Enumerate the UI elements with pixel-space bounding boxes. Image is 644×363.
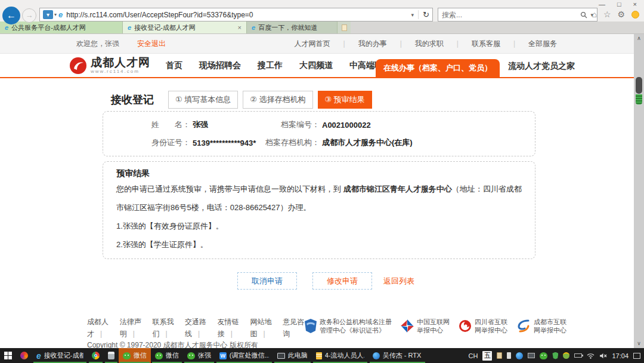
taskbar-app-notepad[interactable]: 4-流动人员人...	[312, 348, 369, 363]
link-my-affairs[interactable]: 我的办事	[352, 39, 408, 49]
language-indicator[interactable]: CH	[469, 352, 478, 359]
tray-antivirus-icon[interactable]	[563, 352, 569, 359]
footer-link-legal[interactable]: 法律声明	[120, 316, 153, 340]
name-value: 张强	[193, 119, 208, 130]
chrome-icon	[92, 352, 100, 359]
back-button[interactable]: ←	[2, 7, 20, 24]
tray-volume-muted-icon[interactable]	[599, 353, 607, 359]
footer-link-talent[interactable]: 成都人才	[87, 316, 120, 340]
material-item-1: 1.张强的【有效身份证原件】。	[116, 217, 522, 235]
logout-link[interactable]: 安全退出	[137, 39, 166, 49]
footer-link-traffic[interactable]: 交通路线	[185, 316, 218, 340]
tray-display-icon[interactable]	[528, 353, 535, 358]
search-box[interactable]: ▾	[438, 8, 597, 21]
system-tray: CH 五 17:04	[469, 348, 644, 363]
ie-favicon: e	[5, 24, 8, 31]
tab-close-icon[interactable]: ×	[238, 24, 242, 31]
taskbar-app-wechat-2[interactable]: 微信	[151, 348, 183, 363]
minimize-icon[interactable]: —	[599, 1, 605, 8]
search-icon[interactable]	[580, 11, 587, 19]
badge-china-report-center[interactable]: 中国互联网举报中心	[401, 318, 450, 334]
site-logo[interactable]: 成都人才网 www.rc114.com	[69, 57, 150, 75]
taskbar-app-wechat-zhangqiang[interactable]: 张强	[183, 348, 215, 363]
forward-button[interactable]: →	[22, 8, 36, 23]
taskbar-app-ie[interactable]: e 接收登记-成都...	[32, 348, 88, 363]
nav-job-fair[interactable]: 现场招聘会	[191, 60, 249, 71]
nav-home[interactable]: 首页	[157, 60, 191, 71]
back-to-list-link[interactable]: 返回列表	[383, 276, 414, 287]
maximize-icon[interactable]: □	[617, 1, 621, 8]
tray-battery-icon[interactable]	[574, 353, 582, 358]
nav-search-job[interactable]: 搜工作	[249, 60, 291, 71]
id-number-value: 5139**********943*	[193, 139, 256, 147]
clock[interactable]: 17:04	[612, 352, 628, 359]
feedback-smiley-icon[interactable]	[631, 11, 639, 19]
copyright-text: Copyright © 1997-2020 成都市人才服务中心 版权所有	[87, 340, 305, 348]
badge-chengdu-report-center[interactable]: 成都市互联网举报中心	[516, 318, 566, 334]
footer-link-contact[interactable]: 联系我们	[152, 316, 185, 340]
footer-link-sitemap[interactable]: 网站地图	[250, 316, 283, 340]
taskbar-app-swirl[interactable]	[16, 348, 32, 363]
gov-shield-icon	[305, 319, 317, 333]
taskbar-app-wps-doc[interactable]: W (调宣处微信...	[215, 348, 273, 363]
taskbar-app-calculator[interactable]	[104, 348, 119, 363]
footer-link-friends[interactable]: 友情链接	[218, 316, 250, 340]
ime-indicator[interactable]: 五	[482, 351, 492, 361]
taskbar-app-this-pc[interactable]: 此电脑	[273, 348, 312, 363]
window-controls: — □ ×	[599, 1, 637, 8]
tray-app-sphere-icon[interactable]	[516, 352, 523, 359]
address-bar[interactable]: ▾ ▾ e ▾ ↻	[39, 8, 433, 21]
online-services-tab[interactable]: 在线办事（档案、户口、党员）	[376, 59, 500, 77]
tab-baidu[interactable]: e 百度一下，你就知道	[247, 21, 338, 33]
tab-title: 百度一下，你就知道	[258, 23, 317, 32]
swirl-app-icon	[20, 352, 28, 359]
taskbar: e 接收登记-成都... 微信 微信 张强 W (调宣处微信... 此电脑 4-…	[0, 348, 644, 363]
nav-senior-channel[interactable]: 大四频道	[291, 60, 341, 71]
close-icon[interactable]: ×	[633, 1, 637, 8]
step-3-result-active: ③ 预审结果	[318, 91, 372, 109]
link-all-services[interactable]: 全部服务	[522, 39, 564, 49]
tab-title: 公共服务平台-成都人才网	[11, 23, 86, 32]
home-icon[interactable]: ⌂	[592, 10, 596, 19]
word-doc-icon: W	[219, 352, 227, 359]
tab-title: 接收登记-成都人才网	[134, 23, 196, 32]
taskbar-app-chrome[interactable]	[88, 348, 104, 363]
favorites-icon[interactable]: ☆	[603, 10, 611, 19]
link-home[interactable]: 人才网首页	[288, 39, 352, 49]
search-input[interactable]	[442, 11, 580, 19]
badge-gov-domain[interactable]: 政务和公益机构域名注册管理中心《标识证书》	[305, 318, 392, 334]
calculator-icon	[108, 352, 114, 359]
start-button[interactable]	[0, 348, 16, 363]
archive-org-value: 成都市人才服务中心(在库)	[322, 137, 413, 148]
link-my-jobs[interactable]: 我的求职	[408, 39, 465, 49]
page-scrollbar[interactable]: ∧ ∨	[634, 34, 644, 348]
scroll-down-icon[interactable]: ∨	[634, 339, 644, 348]
tray-usb-icon[interactable]	[507, 352, 511, 359]
tray-wifi-icon[interactable]	[587, 353, 595, 359]
link-contact[interactable]: 联系客服	[465, 39, 522, 49]
welcome-text: 欢迎您，张强	[76, 39, 119, 49]
url-input[interactable]	[66, 11, 411, 19]
address-dropdown-icon[interactable]: ▾	[411, 12, 414, 18]
modify-application-button[interactable]: 修改申请	[312, 272, 372, 290]
settings-gear-icon[interactable]: ⚙	[617, 10, 625, 19]
taskbar-app-wechat-active[interactable]: 微信	[119, 348, 151, 363]
scroll-up-icon[interactable]: ∧	[634, 34, 644, 43]
tray-security-shield-icon[interactable]	[552, 352, 558, 359]
tab-public-service[interactable]: e 公共服务平台-成都人才网	[0, 21, 123, 33]
scrollbar-thumb[interactable]	[636, 77, 642, 94]
footer-link-feedback[interactable]: 意见咨询	[283, 316, 305, 340]
site-action-icon[interactable]: ▾	[43, 10, 53, 19]
taskbar-app-rtx[interactable]: 吴传杰 - RTX ...	[369, 348, 426, 363]
action-center-icon[interactable]	[633, 353, 640, 359]
applicant-info-card: 姓 名： 张强 档案编号： A0021000022 身份证号： 5139****…	[103, 111, 535, 156]
cancel-application-button[interactable]: 取消申请	[237, 272, 297, 290]
new-tab-button[interactable]	[338, 21, 351, 33]
badge-sichuan-report-center[interactable]: 四川省互联网举报中心	[459, 318, 507, 334]
tray-clipboard-icon[interactable]	[497, 352, 502, 359]
tab-accept-register-active[interactable]: e 接收登记-成都人才网 ×	[123, 21, 247, 33]
tray-wechat-icon[interactable]	[540, 352, 547, 359]
party-home-link[interactable]: 流动人才党员之家	[508, 61, 575, 72]
refresh-icon[interactable]: ↻	[423, 10, 429, 19]
dropdown-caret-icon[interactable]: ▾	[54, 12, 57, 17]
